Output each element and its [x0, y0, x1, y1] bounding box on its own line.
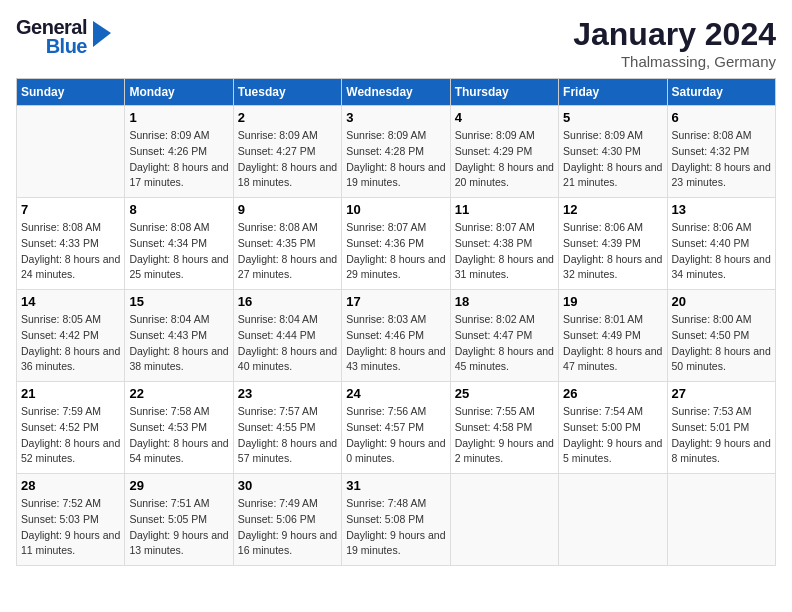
calendar-cell: 29Sunrise: 7:51 AMSunset: 5:05 PMDayligh… — [125, 474, 233, 566]
week-row-2: 7Sunrise: 8:08 AMSunset: 4:33 PMDaylight… — [17, 198, 776, 290]
week-row-5: 28Sunrise: 7:52 AMSunset: 5:03 PMDayligh… — [17, 474, 776, 566]
day-info: Sunrise: 8:00 AMSunset: 4:50 PMDaylight:… — [672, 312, 771, 375]
day-number: 1 — [129, 110, 228, 125]
header-row: SundayMondayTuesdayWednesdayThursdayFrid… — [17, 79, 776, 106]
calendar-cell: 26Sunrise: 7:54 AMSunset: 5:00 PMDayligh… — [559, 382, 667, 474]
day-number: 25 — [455, 386, 554, 401]
calendar-cell: 12Sunrise: 8:06 AMSunset: 4:39 PMDayligh… — [559, 198, 667, 290]
day-number: 4 — [455, 110, 554, 125]
calendar-cell: 19Sunrise: 8:01 AMSunset: 4:49 PMDayligh… — [559, 290, 667, 382]
calendar-cell — [450, 474, 558, 566]
day-number: 6 — [672, 110, 771, 125]
day-number: 8 — [129, 202, 228, 217]
day-info: Sunrise: 7:55 AMSunset: 4:58 PMDaylight:… — [455, 404, 554, 467]
day-info: Sunrise: 8:01 AMSunset: 4:49 PMDaylight:… — [563, 312, 662, 375]
day-number: 20 — [672, 294, 771, 309]
day-info: Sunrise: 8:09 AMSunset: 4:30 PMDaylight:… — [563, 128, 662, 191]
calendar-table: SundayMondayTuesdayWednesdayThursdayFrid… — [16, 78, 776, 566]
day-number: 11 — [455, 202, 554, 217]
calendar-cell: 9Sunrise: 8:08 AMSunset: 4:35 PMDaylight… — [233, 198, 341, 290]
day-info: Sunrise: 7:59 AMSunset: 4:52 PMDaylight:… — [21, 404, 120, 467]
day-info: Sunrise: 7:58 AMSunset: 4:53 PMDaylight:… — [129, 404, 228, 467]
calendar-cell — [559, 474, 667, 566]
day-number: 17 — [346, 294, 445, 309]
header-tuesday: Tuesday — [233, 79, 341, 106]
calendar-cell: 3Sunrise: 8:09 AMSunset: 4:28 PMDaylight… — [342, 106, 450, 198]
day-number: 28 — [21, 478, 120, 493]
calendar-cell: 5Sunrise: 8:09 AMSunset: 4:30 PMDaylight… — [559, 106, 667, 198]
calendar-cell: 13Sunrise: 8:06 AMSunset: 4:40 PMDayligh… — [667, 198, 775, 290]
calendar-cell: 25Sunrise: 7:55 AMSunset: 4:58 PMDayligh… — [450, 382, 558, 474]
day-number: 18 — [455, 294, 554, 309]
logo: General Blue — [16, 16, 113, 58]
day-number: 2 — [238, 110, 337, 125]
calendar-cell: 16Sunrise: 8:04 AMSunset: 4:44 PMDayligh… — [233, 290, 341, 382]
calendar-cell — [667, 474, 775, 566]
day-number: 19 — [563, 294, 662, 309]
calendar-body: 1Sunrise: 8:09 AMSunset: 4:26 PMDaylight… — [17, 106, 776, 566]
calendar-cell: 31Sunrise: 7:48 AMSunset: 5:08 PMDayligh… — [342, 474, 450, 566]
day-number: 21 — [21, 386, 120, 401]
svg-marker-0 — [93, 21, 111, 47]
day-info: Sunrise: 8:08 AMSunset: 4:34 PMDaylight:… — [129, 220, 228, 283]
day-number: 15 — [129, 294, 228, 309]
calendar-cell: 30Sunrise: 7:49 AMSunset: 5:06 PMDayligh… — [233, 474, 341, 566]
day-info: Sunrise: 8:06 AMSunset: 4:40 PMDaylight:… — [672, 220, 771, 283]
day-number: 3 — [346, 110, 445, 125]
day-info: Sunrise: 8:06 AMSunset: 4:39 PMDaylight:… — [563, 220, 662, 283]
calendar-cell: 2Sunrise: 8:09 AMSunset: 4:27 PMDaylight… — [233, 106, 341, 198]
calendar-header: SundayMondayTuesdayWednesdayThursdayFrid… — [17, 79, 776, 106]
day-number: 24 — [346, 386, 445, 401]
header-friday: Friday — [559, 79, 667, 106]
calendar-cell: 28Sunrise: 7:52 AMSunset: 5:03 PMDayligh… — [17, 474, 125, 566]
calendar-subtitle: Thalmassing, Germany — [573, 53, 776, 70]
calendar-cell — [17, 106, 125, 198]
logo-arrow-icon — [91, 19, 113, 49]
calendar-cell: 27Sunrise: 7:53 AMSunset: 5:01 PMDayligh… — [667, 382, 775, 474]
day-number: 9 — [238, 202, 337, 217]
day-number: 27 — [672, 386, 771, 401]
day-number: 31 — [346, 478, 445, 493]
calendar-cell: 8Sunrise: 8:08 AMSunset: 4:34 PMDaylight… — [125, 198, 233, 290]
day-number: 5 — [563, 110, 662, 125]
page-header: General Blue January 2024 Thalmassing, G… — [16, 16, 776, 70]
day-info: Sunrise: 7:48 AMSunset: 5:08 PMDaylight:… — [346, 496, 445, 559]
calendar-cell: 10Sunrise: 8:07 AMSunset: 4:36 PMDayligh… — [342, 198, 450, 290]
day-info: Sunrise: 8:09 AMSunset: 4:28 PMDaylight:… — [346, 128, 445, 191]
day-info: Sunrise: 8:04 AMSunset: 4:44 PMDaylight:… — [238, 312, 337, 375]
title-block: January 2024 Thalmassing, Germany — [573, 16, 776, 70]
day-info: Sunrise: 8:03 AMSunset: 4:46 PMDaylight:… — [346, 312, 445, 375]
day-info: Sunrise: 8:08 AMSunset: 4:32 PMDaylight:… — [672, 128, 771, 191]
day-info: Sunrise: 8:09 AMSunset: 4:27 PMDaylight:… — [238, 128, 337, 191]
day-info: Sunrise: 8:09 AMSunset: 4:29 PMDaylight:… — [455, 128, 554, 191]
day-number: 30 — [238, 478, 337, 493]
day-number: 7 — [21, 202, 120, 217]
calendar-cell: 23Sunrise: 7:57 AMSunset: 4:55 PMDayligh… — [233, 382, 341, 474]
day-number: 12 — [563, 202, 662, 217]
day-number: 29 — [129, 478, 228, 493]
week-row-4: 21Sunrise: 7:59 AMSunset: 4:52 PMDayligh… — [17, 382, 776, 474]
day-info: Sunrise: 7:52 AMSunset: 5:03 PMDaylight:… — [21, 496, 120, 559]
day-info: Sunrise: 7:54 AMSunset: 5:00 PMDaylight:… — [563, 404, 662, 467]
day-info: Sunrise: 8:05 AMSunset: 4:42 PMDaylight:… — [21, 312, 120, 375]
calendar-cell: 17Sunrise: 8:03 AMSunset: 4:46 PMDayligh… — [342, 290, 450, 382]
week-row-3: 14Sunrise: 8:05 AMSunset: 4:42 PMDayligh… — [17, 290, 776, 382]
day-number: 16 — [238, 294, 337, 309]
day-info: Sunrise: 7:51 AMSunset: 5:05 PMDaylight:… — [129, 496, 228, 559]
day-number: 13 — [672, 202, 771, 217]
calendar-cell: 11Sunrise: 8:07 AMSunset: 4:38 PMDayligh… — [450, 198, 558, 290]
day-info: Sunrise: 7:56 AMSunset: 4:57 PMDaylight:… — [346, 404, 445, 467]
day-info: Sunrise: 8:08 AMSunset: 4:35 PMDaylight:… — [238, 220, 337, 283]
day-info: Sunrise: 8:07 AMSunset: 4:38 PMDaylight:… — [455, 220, 554, 283]
header-thursday: Thursday — [450, 79, 558, 106]
day-info: Sunrise: 8:04 AMSunset: 4:43 PMDaylight:… — [129, 312, 228, 375]
header-saturday: Saturday — [667, 79, 775, 106]
calendar-cell: 22Sunrise: 7:58 AMSunset: 4:53 PMDayligh… — [125, 382, 233, 474]
day-number: 14 — [21, 294, 120, 309]
logo-blue: Blue — [46, 35, 87, 58]
calendar-cell: 21Sunrise: 7:59 AMSunset: 4:52 PMDayligh… — [17, 382, 125, 474]
day-info: Sunrise: 7:57 AMSunset: 4:55 PMDaylight:… — [238, 404, 337, 467]
day-info: Sunrise: 8:07 AMSunset: 4:36 PMDaylight:… — [346, 220, 445, 283]
day-info: Sunrise: 8:08 AMSunset: 4:33 PMDaylight:… — [21, 220, 120, 283]
calendar-cell: 1Sunrise: 8:09 AMSunset: 4:26 PMDaylight… — [125, 106, 233, 198]
